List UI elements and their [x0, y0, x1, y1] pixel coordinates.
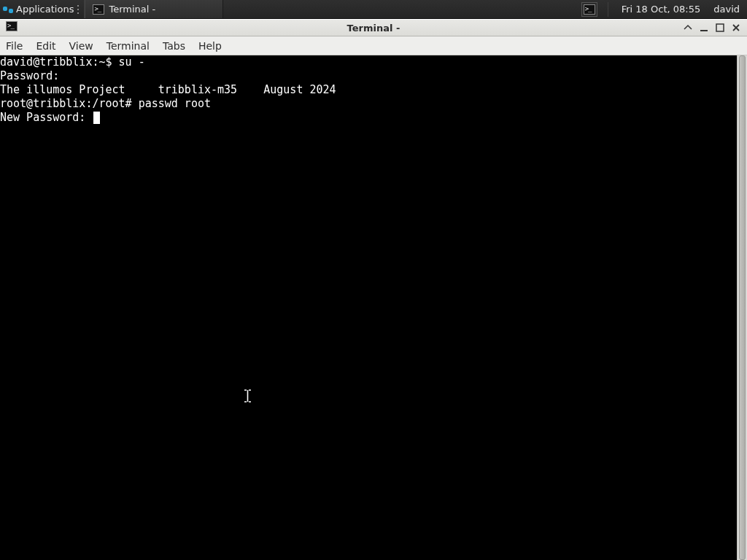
terminal-line: david@tribblix:~$ su -: [0, 55, 145, 69]
window-title: Terminal -: [0, 23, 747, 34]
taskbar-item-label: Terminal -: [109, 4, 155, 15]
top-panel: Applications Terminal - Fri 18 Oct, 08:5…: [0, 0, 747, 19]
menu-view[interactable]: View: [69, 40, 93, 52]
menubar: File Edit View Terminal Tabs Help: [0, 36, 747, 55]
window-minimize-button[interactable]: [699, 23, 709, 33]
menu-help[interactable]: Help: [198, 40, 222, 52]
close-icon: [732, 23, 740, 32]
desktop: Terminal -: [0, 19, 747, 560]
tray-terminal-launcher[interactable]: [581, 2, 597, 17]
scrollbar-thumb[interactable]: [739, 55, 746, 560]
scrollbar-track[interactable]: [738, 55, 747, 560]
terminal-icon: [93, 4, 104, 15]
panel-clock[interactable]: Fri 18 Oct, 08:55: [619, 4, 704, 15]
window-controls: [683, 23, 747, 33]
applications-menu-label: Applications: [16, 4, 74, 15]
terminal-cursor: [93, 112, 100, 124]
applications-menu[interactable]: Applications: [0, 0, 85, 18]
panel-separator: [608, 2, 608, 17]
window-titlebar[interactable]: Terminal -: [0, 19, 747, 36]
terminal-output[interactable]: david@tribblix:~$ su - Password: The ill…: [0, 55, 737, 560]
window-close-button[interactable]: [731, 23, 741, 33]
window-maximize-button[interactable]: [715, 23, 725, 33]
menu-tabs[interactable]: Tabs: [163, 40, 185, 52]
menu-file[interactable]: File: [6, 40, 23, 52]
xfce-logo-icon: [3, 4, 13, 15]
chevron-up-icon: [684, 23, 692, 32]
minimize-icon: [700, 23, 708, 32]
terminal-body: david@tribblix:~$ su - Password: The ill…: [0, 55, 747, 560]
terminal-line: The illumos Project tribblix-m35 August …: [0, 83, 336, 96]
panel-right: Fri 18 Oct, 08:55 david: [581, 0, 747, 18]
terminal-prompt-text: New Password:: [0, 111, 92, 124]
menu-terminal[interactable]: Terminal: [107, 40, 150, 52]
terminal-icon: [584, 4, 595, 15]
taskbar-item-terminal[interactable]: Terminal -: [85, 0, 223, 18]
panel-username[interactable]: david: [711, 4, 743, 15]
svg-rect-1: [716, 24, 724, 31]
window-shade-button[interactable]: [683, 23, 693, 33]
terminal-line: New Password:: [0, 111, 100, 124]
panel-left: Applications Terminal -: [0, 0, 223, 18]
maximize-icon: [716, 23, 724, 32]
terminal-window: Terminal -: [0, 19, 747, 560]
menu-edit[interactable]: Edit: [36, 40, 55, 52]
panel-grip-icon: [77, 4, 80, 15]
terminal-icon: [6, 21, 18, 31]
svg-rect-0: [700, 30, 708, 31]
terminal-line: root@tribblix:/root# passwd root: [0, 97, 211, 110]
vertical-scrollbar[interactable]: [737, 55, 747, 560]
terminal-line: Password:: [0, 69, 59, 82]
